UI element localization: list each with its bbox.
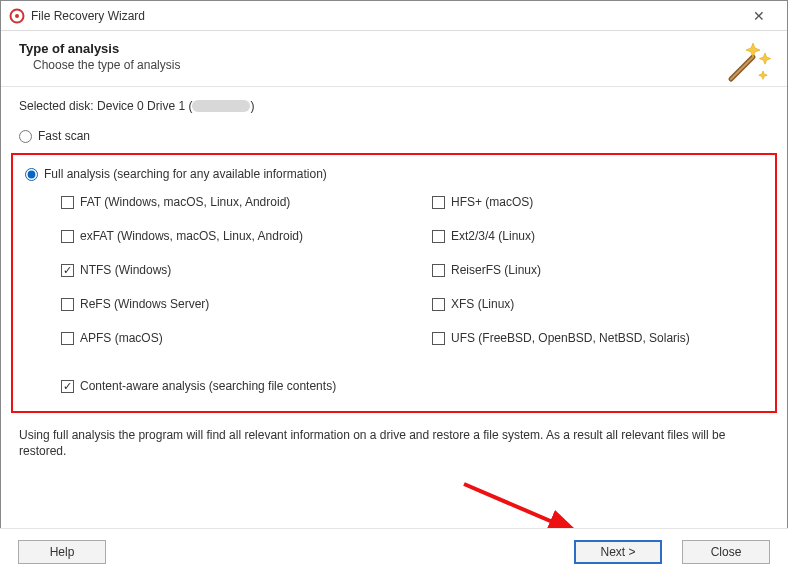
- fs-apfs-checkbox[interactable]: [61, 332, 74, 345]
- fs-exfat-row[interactable]: exFAT (Windows, macOS, Linux, Android): [61, 229, 392, 243]
- fs-exfat-label: exFAT (Windows, macOS, Linux, Android): [80, 229, 303, 243]
- wand-icon: [723, 37, 773, 87]
- fs-apfs-row[interactable]: APFS (macOS): [61, 331, 392, 345]
- next-button[interactable]: Next >: [574, 540, 662, 564]
- fs-hfs-checkbox[interactable]: [432, 196, 445, 209]
- svg-line-2: [464, 484, 576, 532]
- radio-full-analysis-label: Full analysis (searching for any availab…: [44, 167, 327, 181]
- fs-xfs-label: XFS (Linux): [451, 297, 514, 311]
- fs-refs-label: ReFS (Windows Server): [80, 297, 209, 311]
- radio-fast-scan-row[interactable]: Fast scan: [19, 129, 769, 143]
- selected-disk-suffix: ): [250, 99, 254, 113]
- fs-ext-checkbox[interactable]: [432, 230, 445, 243]
- fs-exfat-checkbox[interactable]: [61, 230, 74, 243]
- fs-ext-label: Ext2/3/4 (Linux): [451, 229, 535, 243]
- content-aware-row[interactable]: Content-aware analysis (searching file c…: [61, 379, 763, 393]
- fs-xfs-row[interactable]: XFS (Linux): [432, 297, 763, 311]
- selected-disk-value: Device 0 Drive 1 (: [97, 99, 192, 113]
- svg-point-1: [15, 14, 19, 18]
- close-icon[interactable]: ✕: [739, 8, 779, 24]
- page-title: Type of analysis: [19, 41, 769, 56]
- fs-ufs-checkbox[interactable]: [432, 332, 445, 345]
- fs-refs-row[interactable]: ReFS (Windows Server): [61, 297, 392, 311]
- redacted-drive-name: [192, 100, 250, 112]
- fs-reiser-checkbox[interactable]: [432, 264, 445, 277]
- content-aware-checkbox[interactable]: [61, 380, 74, 393]
- fs-ntfs-checkbox[interactable]: [61, 264, 74, 277]
- fs-reiser-label: ReiserFS (Linux): [451, 263, 541, 277]
- fs-fat-row[interactable]: FAT (Windows, macOS, Linux, Android): [61, 195, 392, 209]
- fs-reiser-row[interactable]: ReiserFS (Linux): [432, 263, 763, 277]
- fs-apfs-label: APFS (macOS): [80, 331, 163, 345]
- fs-xfs-checkbox[interactable]: [432, 298, 445, 311]
- selected-disk-prefix: Selected disk:: [19, 99, 97, 113]
- page-subtitle: Choose the type of analysis: [33, 58, 769, 72]
- radio-fast-scan[interactable]: [19, 130, 32, 143]
- footer: Help Next > Close: [0, 528, 788, 574]
- description-text: Using full analysis the program will fin…: [19, 427, 763, 459]
- fs-ufs-label: UFS (FreeBSD, OpenBSD, NetBSD, Solaris): [451, 331, 690, 345]
- window-title: File Recovery Wizard: [31, 9, 739, 23]
- highlight-box: Full analysis (searching for any availab…: [11, 153, 777, 413]
- radio-full-analysis-row[interactable]: Full analysis (searching for any availab…: [25, 167, 763, 181]
- filesystem-grid: FAT (Windows, macOS, Linux, Android) HFS…: [61, 191, 763, 349]
- radio-fast-scan-label: Fast scan: [38, 129, 90, 143]
- fs-hfs-row[interactable]: HFS+ (macOS): [432, 195, 763, 209]
- header: Type of analysis Choose the type of anal…: [1, 31, 787, 87]
- close-button[interactable]: Close: [682, 540, 770, 564]
- fs-fat-checkbox[interactable]: [61, 196, 74, 209]
- fs-refs-checkbox[interactable]: [61, 298, 74, 311]
- fs-ufs-row[interactable]: UFS (FreeBSD, OpenBSD, NetBSD, Solaris): [432, 331, 763, 345]
- fs-hfs-label: HFS+ (macOS): [451, 195, 533, 209]
- app-icon: [9, 8, 25, 24]
- fs-ext-row[interactable]: Ext2/3/4 (Linux): [432, 229, 763, 243]
- fs-fat-label: FAT (Windows, macOS, Linux, Android): [80, 195, 290, 209]
- fs-ntfs-row[interactable]: NTFS (Windows): [61, 263, 392, 277]
- radio-full-analysis[interactable]: [25, 168, 38, 181]
- help-button[interactable]: Help: [18, 540, 106, 564]
- selected-disk-line: Selected disk: Device 0 Drive 1 (): [19, 99, 769, 113]
- fs-ntfs-label: NTFS (Windows): [80, 263, 171, 277]
- titlebar: File Recovery Wizard ✕: [1, 1, 787, 31]
- content-aware-label: Content-aware analysis (searching file c…: [80, 379, 336, 393]
- content: Selected disk: Device 0 Drive 1 () Fast …: [1, 87, 787, 467]
